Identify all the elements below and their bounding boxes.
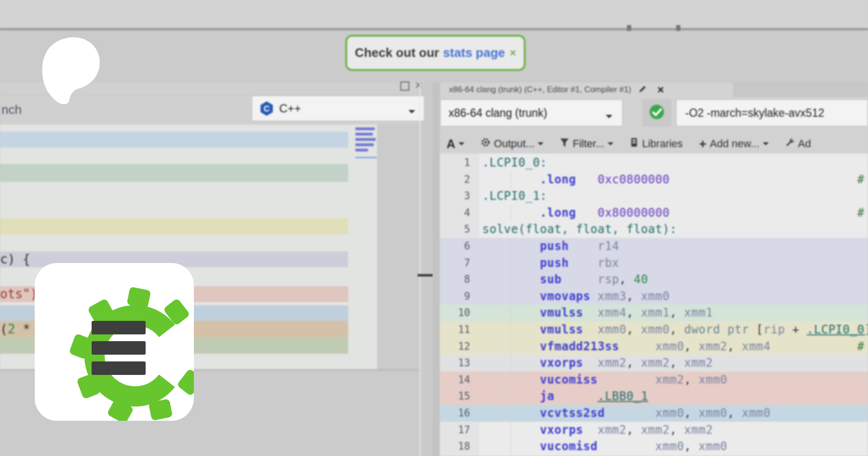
asm-code-text: vucomiss xmm2, xmm0 [482,372,727,388]
source-line-band [0,218,348,235]
asm-token: .LCPI0_1: [482,189,547,203]
asm-token: # [857,173,864,186]
minimap-code-bar [355,138,376,141]
stats-page-link[interactable]: stats page [443,45,505,60]
asm-token: r14 [597,239,619,253]
asm-token: xmm0 [698,373,727,387]
asm-code-text: vfmadd213ss xmm0, xmm2, xmm4 # [482,338,864,355]
compiler-options-input[interactable] [676,99,868,126]
asm-label-link[interactable]: .LBB0_1 [597,389,648,403]
asm-token: , [684,406,699,420]
splitter-drag-handle[interactable] [418,274,433,276]
asm-token: xmm0 [655,406,684,420]
font-size-button[interactable]: A [447,137,464,151]
asm-code-text: .long 0xc0800000 # [482,171,864,188]
compiler-tab[interactable]: x86-64 clang (trunk) (C++, Editor #1, Co… [440,83,733,97]
line-number: 11 [440,321,470,338]
asm-token: , [670,306,684,319]
add-new-label: Add new... [710,138,760,150]
asm-code-text: sub rsp, 40 [482,271,648,288]
libraries-button[interactable]: Libraries [630,138,682,150]
asm-token: , [684,440,699,453]
asm-token [771,340,857,353]
asm-code-text: .long 0x80000000 # [482,205,864,221]
asm-token: xmm0 [655,440,684,453]
asm-token: dword ptr [684,323,749,336]
output-button[interactable]: Output... [481,138,543,150]
top-tick [676,25,680,31]
close-icon[interactable]: × [413,79,424,91]
output-label: Output... [494,138,534,150]
asm-token: rbx [597,256,619,270]
asm-token [670,206,857,220]
asm-token: .LCPI0_0: [482,156,547,169]
chevron-down-icon [608,142,613,148]
asm-token: , [684,373,699,387]
asm-token: vfmadd213ss [540,340,619,353]
rename-pencil-icon[interactable] [638,85,647,96]
asm-token: vmulss [540,306,583,319]
compiler-select[interactable]: x86-64 clang (trunk) [440,99,623,126]
notification-close-icon[interactable]: × [510,47,516,59]
top-tick [627,25,631,31]
asm-token: , [727,406,742,420]
asm-token [597,440,655,453]
asm-code-text: vucomisd xmm0, xmm0 [482,438,727,455]
chevron-down-icon [408,110,415,117]
asm-token [482,290,540,303]
asm-code-text: vxorps xmm2, xmm2, xmm2 [482,355,713,372]
asm-token [583,306,597,319]
minimap-code-bar [355,127,375,130]
asm-label-link[interactable]: .LCPI0_0] [807,323,868,336]
asm-code-text: push r14 [482,238,619,255]
asm-line: 9 vmovaps xmm3, xmm0 [440,288,868,305]
line-number: 18 [440,438,470,455]
asm-token [576,206,597,220]
asm-token: xmm2 [684,423,713,437]
line-number: 7 [440,255,470,272]
asm-token [569,256,597,270]
asm-line: 14 vucomiss xmm2, xmm0 [440,372,868,388]
asm-token: xmm0 [641,323,670,336]
font-size-label: A [447,137,455,151]
asm-line: 4 .long 0x80000000 # [440,205,868,221]
asm-token [561,273,597,286]
compile-status [642,99,671,126]
asm-token [597,373,655,387]
add-new-button[interactable]: + Add new... [699,137,769,152]
language-label: C++ [279,102,301,115]
asm-line: 12 vfmadd213ss xmm0, xmm2, xmm4 # [440,338,868,355]
minimap-underline [355,157,377,158]
asm-token: xmm0 [742,406,771,420]
tab-close-icon[interactable]: × [657,84,664,96]
asm-line: 17 vxorps xmm2, xmm2, xmm2 [440,422,868,439]
language-select[interactable]: C C++ [252,96,424,121]
asm-line: 3.LCPI0_1: [440,188,868,205]
asm-token [482,440,540,453]
asm-token: xmm0 [699,406,728,420]
editor-minimap[interactable] [355,127,376,159]
line-number: 4 [440,205,470,221]
asm-token: rip [763,323,785,336]
wrench-icon [785,138,795,150]
line-number: 16 [440,405,470,422]
asm-token: vxorps [540,423,583,437]
stats-notification: Check out our stats page × [345,35,526,71]
line-number: 5 [440,221,470,238]
asm-code-text: .LCPI0_0: [482,154,547,171]
line-number: 6 [440,238,470,255]
minimap-code-bar [355,133,373,136]
asm-code-text: ja .LBB0_1 [482,388,648,405]
source-token: 2 [8,322,15,336]
panel-splitter[interactable] [433,82,440,456]
maximize-icon[interactable] [400,82,409,91]
filter-button[interactable]: Filter... [560,138,613,150]
add-tool-button[interactable]: Ad [785,138,811,150]
asm-token: [ [749,323,763,336]
asm-token: xmm4 [742,340,771,353]
asm-token [482,389,540,403]
source-line-band [0,132,348,148]
asm-token [670,173,857,186]
asm-output[interactable]: 1.LCPI0_0:2 .long 0xc0800000 #3.LCPI0_1:… [440,153,868,456]
asm-token: push [540,239,569,253]
